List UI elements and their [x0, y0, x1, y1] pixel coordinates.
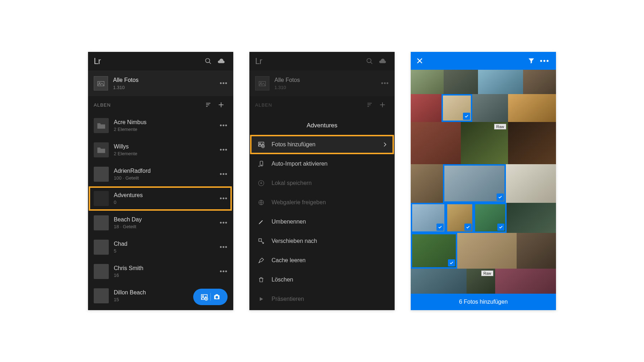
photo-grid[interactable]: RawRaw — [411, 70, 556, 294]
photo-thumbnail[interactable]: Raw — [467, 269, 495, 294]
fab-divider — [210, 293, 211, 301]
photo-thumbnail[interactable] — [508, 94, 556, 122]
camera-fab[interactable] — [193, 289, 228, 305]
svg-point-15 — [367, 59, 371, 63]
add-photo-icon — [200, 293, 208, 301]
add-photos-button[interactable]: 6 Fotos hinzufügen — [411, 294, 556, 310]
broom-icon — [257, 257, 265, 264]
photo-thumbnail[interactable] — [457, 233, 517, 269]
cloud-icon[interactable] — [376, 55, 389, 68]
add-icon[interactable] — [215, 101, 228, 108]
screen-photo-picker: ••• RawRaw 6 Fotos hinzufügen — [411, 52, 556, 310]
album-meta: 100 · Geteilt — [114, 175, 215, 181]
more-icon[interactable]: ••• — [220, 171, 228, 178]
more-icon[interactable]: ••• — [220, 219, 228, 227]
menu-item-trash[interactable]: Löschen — [249, 270, 395, 289]
selected-check-icon — [436, 224, 444, 231]
svg-rect-35 — [259, 239, 262, 241]
photo-thumbnail[interactable] — [507, 203, 556, 233]
menu-item-label: Auto-Import aktivieren — [272, 161, 387, 167]
menu-item-move[interactable]: Verschieben nach — [249, 231, 395, 251]
album-row[interactable]: Acre Nimbus2 Elemente••• — [88, 113, 233, 138]
menu-item-auto-import[interactable]: Auto-Import aktivieren — [249, 154, 395, 173]
cloud-icon[interactable] — [215, 55, 228, 68]
album-list: Acre Nimbus2 Elemente•••Willys2 Elemente… — [88, 113, 233, 308]
more-icon[interactable]: ••• — [220, 268, 228, 275]
svg-rect-2 — [98, 82, 104, 86]
album-name: Adventures — [114, 192, 215, 199]
album-info: Willys2 Elemente — [114, 143, 215, 156]
album-row[interactable]: AdrienRadford100 · Geteilt••• — [88, 162, 233, 186]
photo-thumbnail[interactable] — [472, 94, 508, 122]
filter-icon[interactable] — [528, 57, 535, 64]
menu-item-add-photo[interactable]: Fotos hinzufügen — [249, 135, 395, 154]
menu-item-label: Präsentieren — [272, 296, 387, 302]
more-icon[interactable]: ••• — [220, 195, 228, 202]
album-meta: 18 · Geteilt — [114, 224, 215, 229]
all-photos-title: Alle Fotos — [113, 77, 215, 83]
sort-icon[interactable] — [202, 102, 215, 108]
album-row[interactable]: Chad5••• — [88, 235, 233, 259]
picker-header: ••• — [411, 52, 556, 70]
all-photos-info: Alle Fotos 1.310 — [274, 77, 376, 90]
all-photos-row: Alle Fotos 1.310 ••• — [249, 70, 395, 96]
search-icon[interactable] — [202, 55, 215, 68]
albums-section-header: ALBEN — [88, 96, 233, 113]
album-info: Chris Smith16 — [114, 265, 215, 278]
menu-item-globe: Webgalerie freigeben — [249, 193, 395, 212]
menu-item-play: Präsentieren — [249, 289, 395, 309]
photo-thumbnail[interactable] — [474, 203, 507, 233]
photo-thumbnail[interactable] — [517, 233, 556, 269]
album-thumb — [94, 264, 109, 279]
screen-album-list: Lr Alle Fotos 1.310 ••• ALBEN Acre Nimbu… — [88, 52, 233, 310]
photo-thumbnail[interactable] — [478, 70, 523, 94]
raw-badge: Raw — [494, 124, 506, 129]
all-photos-row[interactable]: Alle Fotos 1.310 ••• — [88, 70, 233, 96]
photo-thumbnail[interactable] — [411, 233, 457, 269]
album-meta: 16 — [114, 273, 215, 278]
menu-item-add-photo[interactable]: Fotos hinzufügen — [249, 135, 395, 154]
more-icon[interactable]: ••• — [220, 146, 228, 154]
menu-title: Adventures — [249, 113, 395, 135]
context-menu: Fotos hinzufügenAuto-Import aktivierenLo… — [249, 135, 395, 309]
search-icon[interactable] — [363, 55, 376, 68]
photo-thumbnail[interactable] — [444, 70, 478, 94]
album-row[interactable]: Adventures0••• — [88, 186, 233, 211]
photo-thumbnail[interactable] — [411, 164, 443, 203]
album-info: Adventures0 — [114, 192, 215, 205]
album-thumb — [94, 191, 109, 206]
menu-item-pencil[interactable]: Umbenennen — [249, 212, 395, 231]
trash-icon — [257, 277, 265, 283]
album-row[interactable]: Willys2 Elemente••• — [88, 138, 233, 162]
photo-thumbnail[interactable] — [506, 164, 556, 203]
photo-thumbnail[interactable] — [443, 164, 506, 203]
menu-item-broom[interactable]: Cache leeren — [249, 251, 395, 270]
photo-thumbnail[interactable] — [411, 70, 444, 94]
close-icon[interactable] — [416, 57, 424, 65]
album-row[interactable]: Chris Smith16••• — [88, 259, 233, 284]
more-icon[interactable]: ••• — [220, 244, 228, 251]
album-row[interactable]: Beach Day18 · Geteilt••• — [88, 211, 233, 235]
album-meta: 2 Elemente — [114, 151, 215, 156]
svg-line-16 — [371, 62, 372, 64]
menu-item-label: Fotos hinzufügen — [272, 141, 377, 148]
photo-thumbnail[interactable] — [441, 94, 472, 122]
photo-thumbnail[interactable] — [411, 122, 461, 164]
photo-thumbnail[interactable] — [411, 269, 467, 294]
photo-thumbnail[interactable] — [411, 203, 446, 233]
screen-album-menu: Lr Alle Fotos 1.310 ••• ALBEN Adventures… — [249, 52, 395, 310]
selected-check-icon — [463, 113, 470, 120]
more-icon[interactable]: ••• — [220, 80, 228, 87]
album-name: Chad — [114, 241, 215, 247]
selected-check-icon — [497, 194, 504, 201]
photo-thumbnail[interactable]: Raw — [461, 122, 508, 164]
more-icon[interactable]: ••• — [220, 122, 228, 129]
photo-thumbnail[interactable] — [523, 70, 556, 94]
more-icon[interactable]: ••• — [538, 57, 551, 65]
photo-thumbnail[interactable] — [411, 94, 441, 122]
app-logo: Lr — [94, 56, 202, 66]
photo-thumbnail[interactable] — [495, 269, 556, 294]
section-label: ALBEN — [255, 102, 363, 108]
photo-thumbnail[interactable] — [508, 122, 556, 164]
photo-thumbnail[interactable] — [446, 203, 474, 233]
